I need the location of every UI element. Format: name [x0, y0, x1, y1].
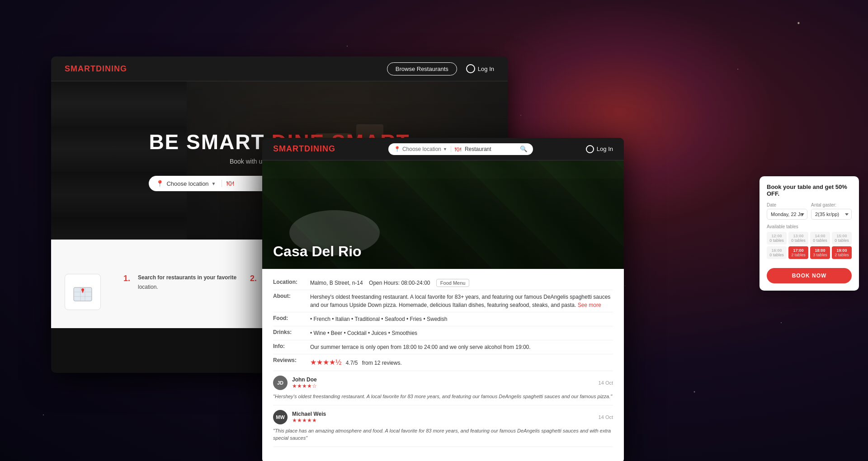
front-logo: SMARTDINING — [273, 144, 335, 154]
time-slots-grid: 12:00 0 tables 13:00 0 tables 14:00 0 ta… — [767, 232, 852, 259]
booking-date-select[interactable]: Monday, 22 Jul — [767, 209, 807, 220]
chevron-down-icon-back: ▼ — [212, 181, 216, 186]
pin-icon-back: 📍 — [156, 180, 164, 187]
booking-panel: Book your table and get 50% OFF. Date Mo… — [760, 176, 859, 291]
review-text-1: "Hershey's oldest freestanding restauran… — [273, 393, 613, 400]
review-item-1: JD John Doe ★★★★☆ 14 Oct "Hershey's olde… — [273, 371, 613, 405]
back-header: SMARTDINING Browse Restaurants Log In — [51, 56, 508, 81]
time-slot-1900[interactable]: 19:00 2 tables — [832, 246, 852, 259]
info-row: Info: Our summer terrace is only open fr… — [273, 340, 613, 354]
time-slot-1600[interactable]: 16:00 0 tables — [767, 246, 787, 259]
front-search-bar[interactable]: 📍 Choose location ▼ 🍽 Restaurant 🔍 — [388, 143, 533, 155]
time-slot-1700[interactable]: 17:00 2 tables — [788, 246, 808, 259]
time-slot-1500[interactable]: 15:00 0 tables — [832, 232, 852, 245]
map-icon — [65, 274, 101, 310]
restaurant-name: Casa Del Rio — [273, 243, 362, 260]
pin-icon-front: 📍 — [394, 146, 401, 152]
time-slot-1800[interactable]: 18:00 3 tables — [810, 246, 830, 259]
reviews-header-row: Reviews: ★★★★½ 4.7/5 from 12 reviews. — [273, 354, 613, 371]
chevron-down-icon-front: ▼ — [443, 147, 447, 151]
step-1: 1. Search for restaurants in your favori… — [123, 274, 236, 315]
front-browser-window: SMARTDINING 📍 Choose location ▼ 🍽 Restau… — [262, 138, 624, 461]
location-dropdown-back[interactable]: 📍 Choose location ▼ — [156, 180, 222, 187]
time-slot-1200[interactable]: 12:00 0 tables — [767, 232, 787, 245]
time-slot-1300[interactable]: 13:00 0 tables — [788, 232, 808, 245]
available-tables-section: Available tables 12:00 0 tables 13:00 0 … — [767, 224, 852, 259]
globe-icon — [466, 64, 475, 73]
login-button-back[interactable]: Log In — [466, 64, 494, 73]
restaurant-details: Location: Malmo, B Street, n-14 Open Hou… — [262, 269, 624, 461]
back-header-nav: Browse Restaurants Log In — [387, 62, 494, 75]
browse-restaurants-button[interactable]: Browse Restaurants — [387, 62, 457, 75]
booking-date-guests-row: Date Monday, 22 Jul Antal gaster: 2(35 k… — [767, 202, 852, 220]
book-now-button[interactable]: BOOK NOW — [767, 268, 852, 283]
review-text-2: "This place has an amazing atmosphere an… — [273, 427, 613, 442]
logo-dining: DINING — [96, 64, 127, 73]
avatar-jd: JD — [273, 376, 288, 390]
search-button-front[interactable]: 🔍 — [520, 146, 528, 152]
avatar-mw: MW — [273, 410, 288, 424]
front-search-input[interactable]: Restaurant — [465, 146, 516, 152]
see-more-link[interactable]: See more — [578, 302, 601, 308]
back-logo: SMARTDINING — [65, 64, 127, 74]
front-logo-dining: DINING — [304, 144, 335, 153]
time-slot-1400[interactable]: 14:00 0 tables — [810, 232, 830, 245]
food-menu-button[interactable]: Food Menu — [436, 279, 470, 287]
logo-smart: SMART — [65, 64, 96, 73]
front-header: SMARTDINING 📍 Choose location ▼ 🍽 Restau… — [262, 138, 624, 160]
login-button-front[interactable]: Log In — [586, 145, 613, 153]
booking-guests-field: Antal gaster: 2(35 kr/pp) — [811, 202, 852, 220]
front-logo-smart: SMART — [273, 144, 304, 153]
booking-date-field: Date Monday, 22 Jul — [767, 202, 807, 220]
rating-value: 4.7/5 — [346, 360, 358, 366]
rating-count: from 12 reviews. — [362, 360, 402, 366]
booking-panel-title: Book your table and get 50% OFF. — [767, 183, 852, 197]
drinks-row: Drinks: • Wine • Beer • Cocktail • Juice… — [273, 326, 613, 340]
globe-icon-front — [586, 145, 594, 153]
restaurant-hero: Casa Del Rio — [262, 160, 624, 269]
restaurant-icon-front: 🍽 — [455, 146, 461, 153]
restaurant-icon-back: 🍽 — [226, 179, 234, 188]
available-tables-label: Available tables — [767, 224, 852, 229]
about-row: About: Hershey's oldest freestanding res… — [273, 290, 613, 312]
front-location-dropdown[interactable]: 📍 Choose location ▼ — [394, 146, 451, 152]
location-row: Location: Malmo, B Street, n-14 Open Hou… — [273, 276, 613, 290]
rating-stars: ★★★★½ — [310, 358, 341, 366]
review-item-2: MW Michael Weis ★★★★★ 14 Oct "This place… — [273, 405, 613, 447]
food-row: Food: • French • Italian • Traditional •… — [273, 312, 613, 326]
booking-guests-select[interactable]: 2(35 kr/pp) — [811, 209, 852, 220]
